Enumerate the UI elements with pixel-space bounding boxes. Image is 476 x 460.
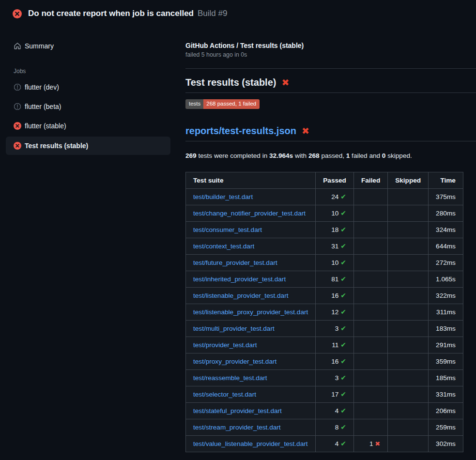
passed-cell: 3 ✔ bbox=[316, 369, 354, 386]
skipped-cell bbox=[388, 221, 429, 238]
check-icon: ✔ bbox=[340, 308, 346, 316]
test-suite-link[interactable]: test/stream_provider_test.dart bbox=[193, 424, 281, 431]
passed-cell: 81 ✔ bbox=[316, 271, 354, 287]
passed-cell: 31 ✔ bbox=[316, 238, 354, 254]
skipped-cell bbox=[388, 402, 429, 419]
failed-cell bbox=[353, 254, 387, 271]
time-cell: 375ms bbox=[429, 188, 463, 205]
test-suite-link[interactable]: test/inherited_provider_test.dart bbox=[193, 276, 286, 283]
suite-cell: test/context_test.dart bbox=[186, 238, 316, 254]
suite-cell: test/stateful_provider_test.dart bbox=[186, 402, 316, 419]
passed-cell: 3 ✔ bbox=[316, 320, 354, 337]
job-label: flutter (dev) bbox=[25, 83, 59, 91]
test-suite-link[interactable]: test/context_test.dart bbox=[193, 243, 254, 250]
page-title: Do not create report when job is cancell… bbox=[28, 9, 194, 18]
table-row: test/future_provider_test.dart10 ✔272ms bbox=[186, 254, 463, 271]
suite-cell: test/proxy_provider_test.dart bbox=[186, 353, 316, 369]
passed-cell: 11 ✔ bbox=[316, 337, 354, 353]
skipped-cell bbox=[388, 419, 429, 435]
jobs-section-label: Jobs bbox=[14, 68, 185, 75]
test-suite-link[interactable]: test/consumer_test.dart bbox=[193, 226, 262, 233]
sidebar-job-item[interactable]: flutter (beta) bbox=[6, 97, 170, 116]
test-suite-link[interactable]: test/proxy_provider_test.dart bbox=[193, 358, 276, 365]
passed-cell: 4 ✔ bbox=[316, 435, 354, 452]
x-icon: ✖ bbox=[375, 440, 380, 447]
check-icon: ✔ bbox=[340, 226, 346, 233]
table-row: test/listenable_provider_test.dart16 ✔32… bbox=[186, 287, 463, 304]
suite-cell: test/consumer_test.dart bbox=[186, 221, 316, 238]
sidebar-job-item[interactable]: flutter (dev) bbox=[6, 77, 170, 97]
passed-cell: 8 ✔ bbox=[316, 419, 354, 435]
time-cell: 359ms bbox=[429, 353, 463, 369]
col-header-time: Time bbox=[429, 172, 463, 188]
skipped-cell bbox=[388, 353, 429, 369]
x-circle-icon bbox=[13, 9, 22, 18]
passed-cell: 16 ✔ bbox=[316, 353, 354, 369]
sidebar-item-summary[interactable]: Summary bbox=[6, 39, 170, 53]
skipped-cell bbox=[388, 386, 429, 402]
test-suite-link[interactable]: test/value_listenable_provider_test.dart bbox=[193, 440, 308, 447]
suite-cell: test/reassemble_test.dart bbox=[186, 369, 316, 386]
test-suite-link[interactable]: test/stateful_provider_test.dart bbox=[193, 407, 282, 414]
failed-cell bbox=[353, 369, 387, 386]
skipped-cell bbox=[388, 369, 429, 386]
check-icon: ✔ bbox=[340, 259, 346, 266]
passed-cell: 16 ✔ bbox=[316, 287, 354, 304]
summary-fragment: 268 bbox=[308, 152, 320, 159]
suite-cell: test/multi_provider_test.dart bbox=[186, 320, 316, 337]
report-file-link[interactable]: reports/test-results.json bbox=[185, 125, 296, 137]
failed-cell: 1 ✖ bbox=[353, 435, 387, 452]
tests-badge: tests 268 passed, 1 failed bbox=[185, 99, 260, 109]
failed-cell bbox=[353, 221, 387, 238]
check-icon: ✔ bbox=[340, 242, 346, 250]
check-run-title: Test results (stable) ✖ bbox=[185, 77, 476, 88]
test-suite-link[interactable]: test/listenable_proxy_provider_test.dart bbox=[193, 308, 308, 316]
col-header-failed: Failed bbox=[353, 172, 387, 188]
sidebar-job-item[interactable]: Test results (stable) bbox=[6, 137, 170, 155]
table-row: test/reassemble_test.dart3 ✔185ms bbox=[186, 369, 463, 386]
suite-cell: test/future_provider_test.dart bbox=[186, 254, 316, 271]
test-suite-link[interactable]: test/selector_test.dart bbox=[193, 391, 256, 398]
time-cell: 206ms bbox=[429, 402, 463, 419]
check-icon: ✔ bbox=[340, 423, 346, 431]
table-row: test/context_test.dart31 ✔644ms bbox=[186, 238, 463, 254]
skipped-cell bbox=[388, 271, 429, 287]
table-row: test/change_notifier_provider_test.dart1… bbox=[186, 205, 463, 221]
report-file-heading[interactable]: reports/test-results.json ✖ bbox=[185, 125, 476, 137]
failed-cell bbox=[353, 353, 387, 369]
failed-cell bbox=[353, 238, 387, 254]
x-circle-icon bbox=[14, 122, 21, 130]
check-icon: ✔ bbox=[340, 374, 346, 382]
test-suite-link[interactable]: test/builder_test.dart bbox=[193, 193, 253, 200]
passed-cell: 10 ✔ bbox=[316, 254, 354, 271]
test-suite-link[interactable]: test/change_notifier_provider_test.dart bbox=[193, 210, 306, 217]
suite-cell: test/builder_test.dart bbox=[186, 188, 316, 205]
time-cell: 324ms bbox=[429, 221, 463, 238]
time-cell: 311ms bbox=[429, 304, 463, 320]
test-suite-link[interactable]: test/multi_provider_test.dart bbox=[193, 325, 275, 332]
skipped-cell bbox=[388, 435, 429, 452]
test-suite-link[interactable]: test/future_provider_test.dart bbox=[193, 259, 277, 266]
check-icon: ✔ bbox=[340, 440, 346, 447]
main-content: GitHub Actions / Test results (stable) f… bbox=[185, 27, 476, 452]
suite-cell: test/listenable_proxy_provider_test.dart bbox=[186, 304, 316, 320]
divider bbox=[185, 92, 476, 93]
test-suite-link[interactable]: test/listenable_provider_test.dart bbox=[193, 292, 288, 299]
failed-cell bbox=[353, 287, 387, 304]
job-label: flutter (stable) bbox=[25, 122, 66, 130]
suite-cell: test/inherited_provider_test.dart bbox=[186, 271, 316, 287]
sidebar-job-item[interactable]: flutter (stable) bbox=[6, 116, 170, 136]
divider bbox=[185, 68, 476, 69]
test-suite-link[interactable]: test/reassemble_test.dart bbox=[193, 374, 267, 382]
table-row: test/stream_provider_test.dart8 ✔259ms bbox=[186, 419, 463, 435]
check-icon: ✔ bbox=[340, 291, 346, 299]
time-cell: 302ms bbox=[429, 435, 463, 452]
suite-cell: test/provider_test.dart bbox=[186, 337, 316, 353]
summary-fragment: passed, bbox=[320, 152, 346, 159]
failed-cell bbox=[353, 402, 387, 419]
failed-cell bbox=[353, 320, 387, 337]
check-icon: ✔ bbox=[340, 275, 346, 283]
sidebar-item-label: Summary bbox=[25, 42, 54, 50]
test-suite-link[interactable]: test/provider_test.dart bbox=[193, 341, 257, 349]
skipped-cell bbox=[388, 238, 429, 254]
